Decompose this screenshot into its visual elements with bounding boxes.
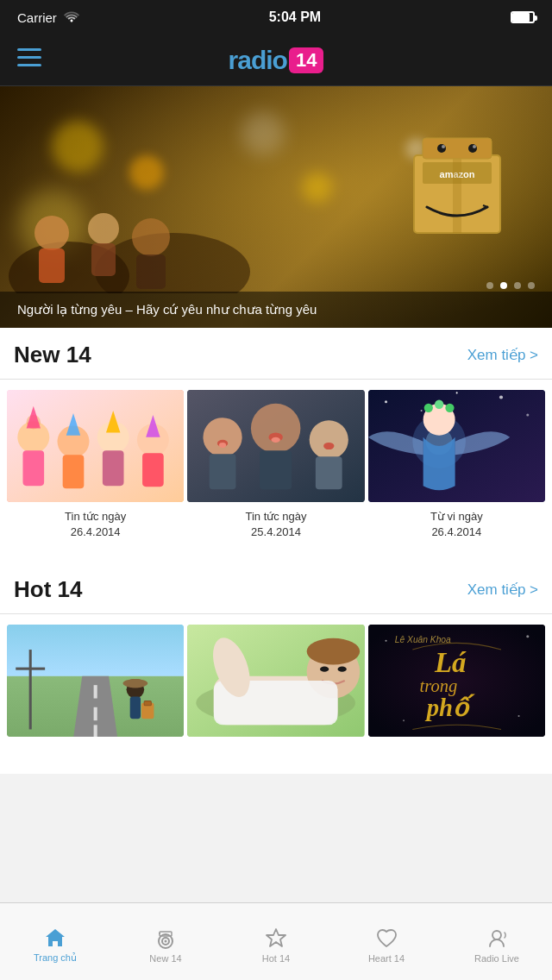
- radio-icon: [154, 927, 177, 950]
- tab-heart14[interactable]: Heart 14: [331, 920, 442, 964]
- card-hot14-0-label: [7, 744, 184, 759]
- svg-rect-0: [17, 48, 41, 51]
- hero-caption-text: Người lạ từng yêu – Hãy cứ yêu như chưa …: [17, 302, 317, 317]
- svg-text:Lê Xuân Khoa: Lê Xuân Khoa: [394, 635, 450, 644]
- svg-rect-71: [129, 679, 141, 688]
- svg-point-84: [385, 640, 386, 642]
- card-hot14-2-label: [368, 744, 545, 759]
- tab-bar: Trang chủ New 14 Hot 14 Heart 14 Radio: [0, 902, 552, 980]
- card-new14-1-image: [187, 390, 364, 502]
- section-new14-header: New 14 Xem tiếp >: [0, 342, 552, 379]
- section-new14-more[interactable]: Xem tiếp >: [467, 346, 538, 364]
- house-icon: [44, 927, 66, 949]
- carrier-label: Carrier: [17, 10, 57, 25]
- section-new14-title: New 14: [14, 342, 91, 368]
- svg-rect-38: [210, 454, 236, 489]
- svg-point-58: [435, 400, 443, 409]
- hero-carousel-dots[interactable]: [486, 282, 535, 289]
- hero-dot-2[interactable]: [500, 282, 507, 289]
- tab-radiolive[interactable]: Radio Live: [442, 920, 552, 964]
- card-new14-2[interactable]: Từ vi ngày26.4.2014: [368, 390, 545, 540]
- section-hot14-header: Hot 14 Xem tiếp >: [0, 576, 552, 613]
- svg-point-52: [526, 414, 529, 417]
- hero-people: [0, 121, 276, 293]
- card-new14-0[interactable]: Tin tức ngày26.4.2014: [7, 390, 184, 540]
- svg-rect-6: [453, 155, 461, 233]
- svg-point-41: [310, 420, 348, 459]
- svg-point-47: [272, 437, 280, 443]
- hero-dot-4[interactable]: [528, 282, 535, 289]
- svg-rect-42: [316, 456, 342, 489]
- logo-radio-text: radio: [229, 46, 287, 75]
- svg-point-50: [420, 410, 422, 411]
- tab-radiolive-label: Radio Live: [474, 953, 519, 964]
- hero-banner[interactable]: amazon: [0, 86, 552, 328]
- svg-point-16: [34, 216, 69, 250]
- app-logo: radio 14: [229, 46, 324, 75]
- tab-hot14[interactable]: Hot 14: [221, 920, 331, 964]
- svg-rect-9: [423, 138, 492, 159]
- app-header: radio 14: [0, 35, 552, 86]
- logo-number-badge: 14: [289, 47, 323, 73]
- status-left: Carrier: [17, 10, 79, 25]
- svg-point-39: [251, 404, 300, 453]
- tab-home[interactable]: Trang chủ: [0, 920, 110, 964]
- svg-point-85: [526, 636, 529, 638]
- svg-rect-65: [94, 726, 97, 738]
- svg-rect-40: [260, 450, 292, 489]
- user-radio-icon: [486, 927, 508, 950]
- svg-marker-97: [267, 929, 285, 946]
- svg-point-59: [445, 404, 454, 412]
- card-new14-2-label: Từ vi ngày26.4.2014: [368, 509, 545, 540]
- tab-hot14-label: Hot 14: [262, 953, 290, 964]
- svg-rect-69: [130, 697, 141, 719]
- svg-point-18: [88, 213, 119, 244]
- svg-rect-1: [17, 56, 41, 59]
- section-hot14-more[interactable]: Xem tiếp >: [467, 581, 538, 599]
- section-new14-cards: Tin tức ngày26.4.2014: [0, 390, 552, 554]
- svg-rect-73: [144, 701, 151, 706]
- card-new14-2-image: [368, 390, 545, 502]
- svg-point-79: [320, 667, 329, 672]
- svg-point-37: [204, 418, 242, 456]
- card-hot14-1[interactable]: [187, 625, 364, 759]
- battery-icon: [511, 11, 535, 23]
- card-hot14-0-image: [7, 625, 184, 737]
- status-bar: Carrier 5:04 PM: [0, 0, 552, 35]
- card-hot14-0[interactable]: [7, 625, 184, 759]
- svg-rect-2: [17, 64, 41, 66]
- star-icon: [265, 927, 287, 950]
- card-hot14-2[interactable]: Lê Xuân Khoa Lá trong phố: [368, 625, 545, 759]
- svg-point-13: [473, 145, 476, 148]
- hero-dot-1[interactable]: [486, 282, 493, 289]
- svg-rect-17: [39, 248, 65, 283]
- svg-rect-21: [136, 254, 166, 289]
- svg-rect-34: [142, 453, 164, 487]
- hero-dot-3[interactable]: [514, 282, 521, 289]
- svg-point-11: [468, 144, 477, 153]
- heart-icon: [375, 927, 398, 950]
- menu-button[interactable]: [17, 48, 41, 72]
- hero-caption: Người lạ từng yêu – Hãy cứ yêu như chưa …: [0, 292, 552, 328]
- svg-rect-64: [94, 707, 97, 720]
- card-new14-1[interactable]: Tin tức ngày25.4.2014: [187, 390, 364, 540]
- tab-home-label: Trang chủ: [34, 952, 77, 964]
- card-hot14-2-image: Lê Xuân Khoa Lá trong phố: [368, 625, 545, 737]
- svg-point-78: [307, 638, 361, 665]
- svg-point-49: [385, 400, 387, 403]
- svg-text:Lá: Lá: [434, 647, 467, 678]
- svg-point-10: [437, 144, 446, 153]
- svg-rect-66: [29, 650, 32, 729]
- card-hot14-1-label: [187, 744, 364, 759]
- svg-rect-24: [22, 450, 44, 486]
- tab-heart14-label: Heart 14: [368, 953, 405, 964]
- section-hot14: Hot 14 Xem tiếp >: [0, 562, 552, 773]
- tab-new14[interactable]: New 14: [110, 920, 221, 964]
- svg-text:phố: phố: [423, 694, 474, 721]
- svg-point-53: [455, 392, 457, 393]
- svg-rect-19: [91, 243, 116, 276]
- svg-point-45: [323, 443, 334, 449]
- wifi-icon: [64, 10, 79, 25]
- svg-point-46: [219, 443, 226, 448]
- card-new14-0-image: [7, 390, 184, 502]
